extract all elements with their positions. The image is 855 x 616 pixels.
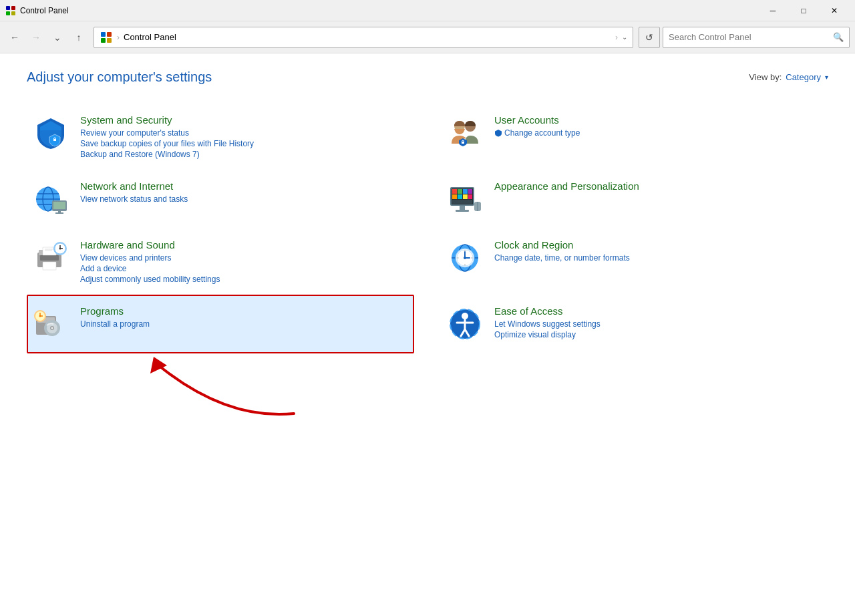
maximize-button[interactable]: □ — [788, 0, 819, 21]
svg-rect-34 — [456, 210, 469, 212]
address-path: Control Panel — [124, 32, 611, 42]
refresh-button[interactable]: ↺ — [639, 27, 660, 48]
hardware-sound-link-1[interactable]: Add a device — [80, 264, 409, 273]
close-button[interactable]: ✕ — [819, 0, 850, 21]
address-bar-icon — [100, 31, 113, 44]
category-ease-of-access[interactable]: Ease of Access Let Windows suggest setti… — [441, 295, 828, 353]
forward-button[interactable]: → — [27, 28, 45, 47]
svg-rect-31 — [468, 194, 472, 199]
svg-rect-8 — [53, 139, 56, 141]
ease-of-access-name[interactable]: Ease of Access — [494, 305, 823, 317]
main-content: Adjust your computer's settings View by:… — [0, 53, 855, 616]
svg-marker-75 — [150, 357, 167, 373]
programs-name[interactable]: Programs — [80, 305, 409, 317]
category-programs[interactable]: Programs Uninstall a program — [27, 295, 414, 353]
titlebar-icon — [5, 5, 16, 16]
category-clock-region[interactable]: Clock and Region Change date, time, or n… — [441, 228, 828, 295]
search-icon: 🔍 — [833, 32, 844, 42]
hardware-sound-link-0[interactable]: View devices and printers — [80, 253, 409, 263]
ease-of-access-icon — [446, 305, 484, 343]
system-security-link-0[interactable]: Review your computer's status — [80, 128, 409, 138]
svg-rect-27 — [468, 189, 472, 194]
system-security-text: System and Security Review your computer… — [80, 114, 409, 159]
ease-of-access-link-1[interactable]: Optimize visual display — [494, 330, 823, 339]
category-appearance[interactable]: Appearance and Personalization — [441, 170, 828, 228]
appearance-name[interactable]: Appearance and Personalization — [494, 180, 823, 192]
clock-region-name[interactable]: Clock and Region — [494, 239, 823, 251]
svg-point-56 — [464, 257, 466, 259]
svg-rect-20 — [55, 212, 63, 214]
svg-rect-29 — [458, 194, 462, 199]
svg-rect-32 — [452, 200, 472, 204]
svg-rect-6 — [101, 38, 106, 43]
back-button[interactable]: ← — [5, 28, 24, 47]
user-accounts-links: Change account type — [494, 128, 823, 139]
clock-region-icon — [446, 239, 484, 277]
svg-rect-4 — [101, 32, 106, 37]
system-security-link-1[interactable]: Save backup copies of your files with Fi… — [80, 139, 409, 148]
network-internet-name[interactable]: Network and Internet — [80, 180, 409, 192]
hardware-sound-links: View devices and printers Add a device A… — [80, 253, 409, 284]
network-internet-link-0[interactable]: View network status and tasks — [80, 194, 409, 204]
programs-text: Programs Uninstall a program — [80, 305, 409, 329]
navigation-bar: ← → ⌄ ↑ › Control Panel › ⌄ ↺ 🔍 — [0, 21, 855, 53]
user-accounts-name[interactable]: User Accounts — [494, 114, 823, 126]
window-title: Control Panel — [20, 6, 69, 15]
up-button[interactable]: ↑ — [69, 28, 88, 47]
category-user-accounts[interactable]: User Accounts Change account type — [441, 104, 828, 170]
appearance-icon — [446, 180, 484, 218]
svg-point-66 — [51, 327, 53, 329]
user-accounts-link-0[interactable]: Change account type — [494, 128, 823, 139]
window-controls: ─ □ ✕ — [757, 0, 850, 21]
address-separator2: › — [615, 33, 618, 42]
svg-rect-21 — [53, 202, 65, 209]
system-security-link-2[interactable]: Backup and Restore (Windows 7) — [80, 150, 409, 159]
view-by-value[interactable]: Category — [786, 72, 821, 82]
svg-rect-0 — [6, 6, 10, 10]
clock-region-link-0[interactable]: Change date, time, or number formats — [494, 253, 823, 263]
search-bar[interactable]: 🔍 — [663, 27, 850, 48]
ease-of-access-link-0[interactable]: Let Windows suggest settings — [494, 319, 823, 329]
ease-of-access-text: Ease of Access Let Windows suggest setti… — [494, 305, 823, 339]
clock-region-text: Clock and Region Change date, time, or n… — [494, 239, 823, 263]
title-bar-left: Control Panel — [5, 5, 69, 16]
hardware-sound-name[interactable]: Hardware and Sound — [80, 239, 409, 251]
category-system-security[interactable]: System and Security Review your computer… — [27, 104, 414, 170]
page-title: Adjust your computer's settings — [27, 69, 212, 85]
programs-links: Uninstall a program — [80, 319, 409, 329]
network-internet-text: Network and Internet View network status… — [80, 180, 409, 204]
view-by-control: View by: Category ▾ — [749, 72, 828, 82]
svg-rect-28 — [452, 194, 457, 199]
appearance-text: Appearance and Personalization — [494, 180, 823, 194]
svg-rect-30 — [463, 194, 468, 199]
network-internet-icon — [32, 180, 69, 218]
categories-grid: System and Security Review your computer… — [27, 104, 828, 353]
system-security-name[interactable]: System and Security — [80, 114, 409, 126]
search-input[interactable] — [669, 32, 833, 42]
svg-rect-11 — [462, 142, 464, 144]
address-separator: › — [117, 33, 120, 42]
svg-rect-7 — [107, 38, 112, 43]
category-hardware-sound[interactable]: Hardware and Sound View devices and prin… — [27, 228, 414, 295]
hardware-sound-text: Hardware and Sound View devices and prin… — [80, 239, 409, 284]
ease-of-access-links: Let Windows suggest settings Optimize vi… — [494, 319, 823, 339]
category-network-internet[interactable]: Network and Internet View network status… — [27, 170, 414, 228]
address-bar[interactable]: › Control Panel › ⌄ — [94, 27, 633, 48]
dropdown-button[interactable]: ⌄ — [48, 28, 67, 47]
view-by-label: View by: — [749, 72, 782, 82]
svg-rect-24 — [452, 189, 457, 194]
svg-rect-3 — [11, 11, 15, 15]
svg-rect-26 — [463, 189, 468, 194]
svg-rect-25 — [458, 189, 462, 194]
svg-rect-1 — [11, 6, 15, 10]
view-by-chevron-icon[interactable]: ▾ — [825, 73, 828, 81]
address-dropdown-icon[interactable]: ⌄ — [622, 33, 627, 41]
minimize-button[interactable]: ─ — [757, 0, 788, 21]
svg-point-48 — [59, 248, 61, 250]
title-bar: Control Panel ─ □ ✕ — [0, 0, 855, 21]
system-security-icon — [32, 114, 69, 152]
programs-link-0[interactable]: Uninstall a program — [80, 319, 409, 329]
svg-rect-2 — [6, 11, 10, 15]
programs-icon — [32, 305, 69, 343]
hardware-sound-link-2[interactable]: Adjust commonly used mobility settings — [80, 275, 409, 284]
